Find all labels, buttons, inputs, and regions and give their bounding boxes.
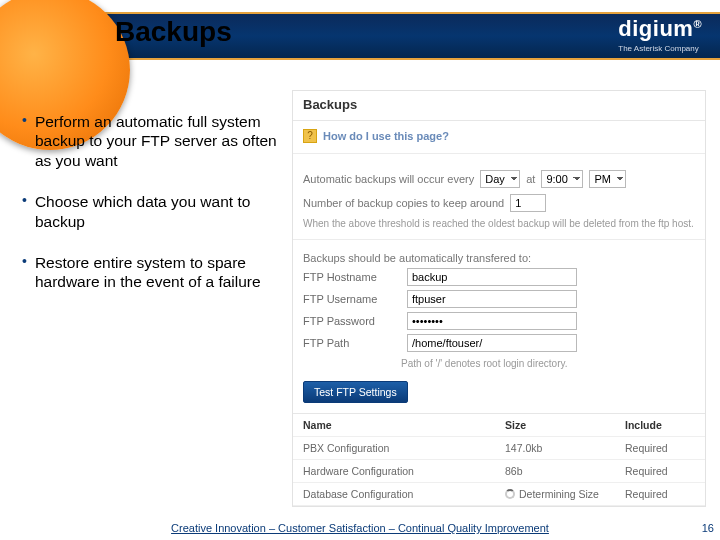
cell-name: PBX Configuration bbox=[303, 442, 505, 454]
ftp-path-label: FTP Path bbox=[303, 337, 401, 349]
logo-subtitle: The Asterisk Company bbox=[618, 44, 702, 53]
loading-spinner-icon bbox=[505, 489, 515, 499]
table-row: Hardware Configuration 86b Required bbox=[293, 460, 705, 483]
cell-size: Determining Size bbox=[505, 488, 625, 500]
ftp-host-label: FTP Hostname bbox=[303, 271, 401, 283]
bullet-item: • Choose which data you want to backup bbox=[22, 192, 277, 231]
backups-config-panel: Backups ? How do I use this page? Automa… bbox=[292, 90, 706, 507]
time-select[interactable]: 9:00 bbox=[541, 170, 583, 188]
help-text: How do I use this page? bbox=[323, 130, 449, 142]
table-row: PBX Configuration 147.0kb Required bbox=[293, 437, 705, 460]
brand-logo: digium® The Asterisk Company bbox=[618, 16, 702, 53]
cell-include: Required bbox=[625, 488, 695, 500]
bullet-text: Restore entire system to spare hardware … bbox=[35, 253, 277, 292]
panel-heading: Backups bbox=[293, 91, 705, 121]
footer-tagline: Creative Innovation – Customer Satisfact… bbox=[0, 522, 720, 534]
ftp-user-input[interactable] bbox=[407, 290, 577, 308]
slide-header: Backups digium® The Asterisk Company bbox=[0, 0, 720, 79]
copies-note: When the above threshold is reached the … bbox=[303, 218, 695, 229]
ampm-select[interactable]: PM bbox=[589, 170, 626, 188]
freq-label: Automatic backups will occur every bbox=[303, 173, 474, 185]
cell-name: Database Configuration bbox=[303, 488, 505, 500]
cell-name: Hardware Configuration bbox=[303, 465, 505, 477]
ftp-path-note: Path of '/' denotes root login directory… bbox=[293, 358, 705, 373]
table-header: Name Size Include bbox=[293, 414, 705, 437]
ftp-pass-label: FTP Password bbox=[303, 315, 401, 327]
bullet-text: Choose which data you want to backup bbox=[35, 192, 277, 231]
logo-text: digium bbox=[618, 16, 693, 41]
bullet-item: • Restore entire system to spare hardwar… bbox=[22, 253, 277, 292]
ftp-path-input[interactable] bbox=[407, 334, 577, 352]
divider bbox=[293, 153, 705, 154]
test-ftp-button[interactable]: Test FTP Settings bbox=[303, 381, 408, 403]
bullet-list: • Perform an automatic full system backu… bbox=[22, 112, 277, 314]
bullet-text: Perform an automatic full system backup … bbox=[35, 112, 277, 170]
ftp-host-input[interactable] bbox=[407, 268, 577, 286]
table-row: Database Configuration Determining Size … bbox=[293, 483, 705, 506]
help-link[interactable]: ? How do I use this page? bbox=[293, 121, 705, 151]
copies-input[interactable] bbox=[510, 194, 546, 212]
cell-include: Required bbox=[625, 442, 695, 454]
col-size: Size bbox=[505, 419, 625, 431]
transfer-heading: Backups should be automatically transfer… bbox=[293, 246, 705, 266]
divider bbox=[293, 239, 705, 240]
cell-size: 86b bbox=[505, 465, 625, 477]
bullet-item: • Perform an automatic full system backu… bbox=[22, 112, 277, 170]
ftp-user-label: FTP Username bbox=[303, 293, 401, 305]
schedule-block: Automatic backups will occur every Day a… bbox=[293, 160, 705, 237]
bullet-dot-icon: • bbox=[22, 253, 27, 292]
bullet-dot-icon: • bbox=[22, 192, 27, 231]
cell-include: Required bbox=[625, 465, 695, 477]
frequency-select[interactable]: Day bbox=[480, 170, 520, 188]
help-icon: ? bbox=[303, 129, 317, 143]
slide-title: Backups bbox=[115, 16, 232, 48]
copies-label: Number of backup copies to keep around bbox=[303, 197, 504, 209]
bullet-dot-icon: • bbox=[22, 112, 27, 170]
backup-items-table: Name Size Include PBX Configuration 147.… bbox=[293, 413, 705, 506]
cell-size: 147.0kb bbox=[505, 442, 625, 454]
at-label: at bbox=[526, 173, 535, 185]
ftp-pass-input[interactable] bbox=[407, 312, 577, 330]
page-number: 16 bbox=[702, 522, 714, 534]
col-include: Include bbox=[625, 419, 695, 431]
col-name: Name bbox=[303, 419, 505, 431]
